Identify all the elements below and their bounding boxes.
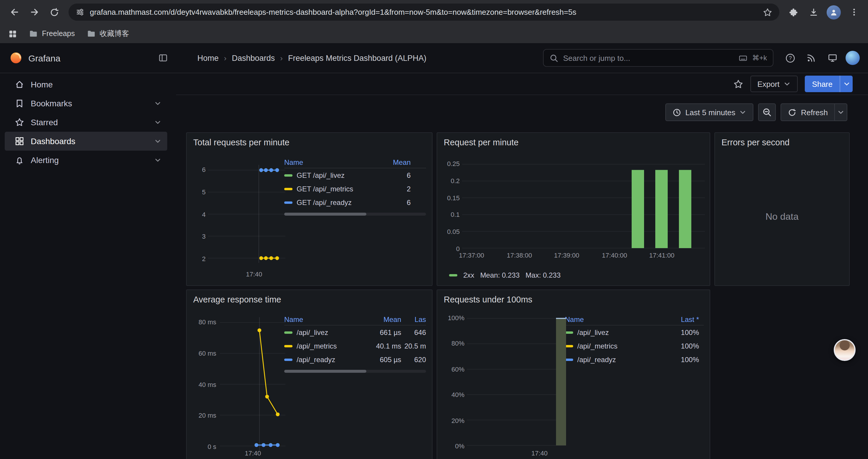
y-axis-tick: 0 s (208, 443, 216, 450)
forward-button[interactable] (25, 3, 44, 22)
bookmark-folder-freeleaps[interactable]: Freeleaps (29, 29, 75, 38)
grafana-logo[interactable] (9, 52, 23, 64)
site-info-icon[interactable] (75, 8, 85, 17)
refresh-button[interactable]: Refresh (781, 103, 835, 121)
legend-row[interactable]: /api/_readyz605 µs620 (284, 353, 426, 366)
breadcrumb-item[interactable]: Dashboards (232, 54, 275, 62)
refresh-interval-chevron[interactable] (835, 103, 847, 121)
chart-area: 100%80%60%40%20%0% 17:40 (443, 310, 565, 459)
legend-value: 100% (663, 342, 699, 350)
legend-scrollbar-thumb[interactable] (284, 213, 366, 216)
sidebar-item-starred[interactable]: Starred (5, 113, 167, 132)
series-color-icon (284, 358, 292, 361)
user-avatar[interactable] (845, 51, 860, 65)
panel-title[interactable]: Total requests per minute (193, 138, 426, 153)
panel-title[interactable]: Errors per second (721, 138, 843, 153)
legend-header: NameMean (284, 157, 426, 168)
y-axis-tick: 80 ms (198, 319, 216, 326)
back-button[interactable] (5, 3, 24, 22)
folder-icon (29, 29, 38, 38)
apps-grid-icon[interactable] (8, 29, 17, 38)
zoom-out-icon[interactable] (758, 103, 776, 121)
legend-row[interactable]: /api/_metrics40.1 ms20.5 m (284, 339, 426, 353)
dashboard-grid: Total requests per minute 65432 17:40 Na… (186, 132, 850, 459)
y-axis-tick: 0.1 (451, 211, 460, 218)
y-axis-tick: 0.15 (447, 194, 460, 201)
bookmark-star-icon[interactable] (763, 7, 772, 17)
series-label[interactable]: 2xx (463, 271, 474, 280)
y-axis-tick: 6 (202, 166, 206, 173)
share-menu-chevron[interactable] (840, 76, 852, 92)
sidebar-item-bookmarks[interactable]: Bookmarks (5, 94, 167, 113)
legend-scrollbar-thumb[interactable] (284, 370, 366, 373)
legend-row[interactable]: GET /api/_metrics2 (284, 182, 426, 196)
legend-header-mean[interactable]: Mean (367, 315, 401, 323)
extensions-icon[interactable] (784, 3, 803, 22)
help-icon[interactable]: ? (782, 50, 798, 66)
panel-request-per-minute: Request per minute 0.250.20.150.10.050 1… (437, 132, 710, 286)
downloads-icon[interactable] (804, 3, 823, 22)
legend-row[interactable]: /api/_livez100% (565, 326, 704, 339)
bookmark-label: 收藏博客 (99, 29, 129, 39)
news-rss-icon[interactable] (803, 50, 819, 66)
export-button[interactable]: Export (750, 76, 798, 92)
time-range-picker[interactable]: Last 5 minutes (665, 103, 754, 121)
bookmark-label: Freeleaps (42, 30, 75, 38)
legend-row[interactable]: GET /api/_livez6 (284, 168, 426, 182)
series-label: /api/_readyz (297, 355, 335, 364)
y-axis-tick: 40 ms (198, 381, 216, 388)
y-axis-tick: 2 (202, 255, 206, 262)
breadcrumb-item[interactable]: Home (197, 54, 219, 62)
panel-title[interactable]: Request per minute (443, 138, 704, 153)
legend-row[interactable]: /api/_metrics100% (565, 339, 704, 353)
menu-kebab-icon[interactable] (844, 3, 863, 22)
profile-icon[interactable] (824, 3, 843, 22)
legend-header-last[interactable]: Last * (663, 315, 699, 323)
series-color-icon (565, 331, 573, 333)
legend-header: NameLast * (565, 314, 704, 326)
grafana-brand: Grafana (28, 53, 60, 63)
legend-scrollbar[interactable] (284, 213, 426, 216)
sidebar-item-alerting[interactable]: Alerting (5, 151, 167, 169)
dock-sidebar-icon[interactable] (158, 53, 168, 63)
chevron-down-icon (154, 157, 161, 164)
legend-row[interactable]: GET /api/_readyz6 (284, 196, 426, 209)
url-input[interactable] (90, 8, 757, 17)
search-box[interactable]: ⌘+k (543, 49, 773, 67)
series-color-icon (284, 345, 292, 347)
url-bar[interactable] (68, 4, 779, 21)
share-button[interactable]: Share (805, 76, 840, 92)
x-axis-tick: 17:40 (531, 450, 548, 457)
favorite-star-icon[interactable] (733, 79, 743, 89)
legend-scrollbar[interactable] (284, 370, 426, 373)
kiosk-monitor-icon[interactable] (824, 50, 841, 66)
panel-average-response-time: Average response time 80 ms60 ms40 ms20 … (186, 290, 433, 459)
search-input[interactable] (563, 54, 734, 62)
reload-button[interactable] (45, 3, 64, 22)
legend-header-name[interactable]: Name (565, 315, 663, 323)
floating-avatar[interactable] (834, 339, 856, 361)
sidebar-item-label: Starred (31, 118, 58, 127)
legend-row[interactable]: /api/_livez661 µs646 (284, 326, 426, 339)
series-label: GET /api/_livez (297, 171, 344, 179)
panel-title[interactable]: Average response time (193, 295, 426, 310)
panel-body: 100%80%60%40%20%0% 17:40 NameLast */api/… (443, 310, 704, 459)
grafana-app: Grafana Home›Dashboards›Freeleaps Metric… (0, 43, 868, 459)
legend-header-name[interactable]: Name (284, 158, 378, 166)
sidebar-item-home[interactable]: Home (5, 75, 167, 94)
grafana-body: HomeBookmarksStarredDashboardsAlerting E… (0, 73, 868, 459)
search-icon (550, 54, 558, 62)
sidebar-item-dashboards[interactable]: Dashboards (5, 132, 167, 151)
bookmark-folder-blog[interactable]: 收藏博客 (87, 29, 129, 39)
legend-header-name[interactable]: Name (284, 315, 367, 323)
legend-header-mean[interactable]: Mean (378, 158, 411, 166)
y-axis-tick: 60 ms (198, 350, 216, 357)
chart-area: 80 ms60 ms40 ms20 ms0 s 17:40 (193, 310, 284, 459)
legend-row[interactable]: /api/_readyz100% (565, 353, 704, 366)
series-label: /api/_livez (297, 328, 328, 336)
panel-title[interactable]: Requests under 100ms (443, 295, 704, 310)
breadcrumb-item[interactable]: Freeleaps Metrics Dashboard (ALPHA) (288, 54, 426, 62)
y-axis-tick: 4 (202, 210, 206, 218)
legend-header-las[interactable]: Las (401, 315, 426, 323)
series-label: GET /api/_metrics (297, 185, 353, 193)
